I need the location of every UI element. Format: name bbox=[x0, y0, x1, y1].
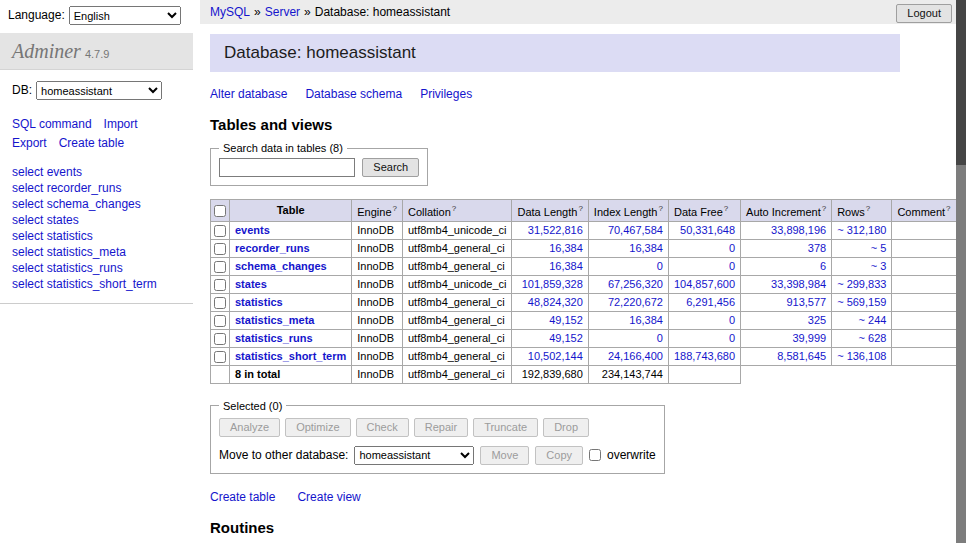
data-length-link[interactable]: 49,152 bbox=[549, 332, 583, 344]
index-length-link[interactable]: 16,384 bbox=[629, 314, 663, 326]
rows-count-link[interactable]: ~ 244 bbox=[859, 314, 887, 326]
index-length-link[interactable]: 67,256,320 bbox=[608, 278, 663, 290]
sql-command-link[interactable]: SQL command bbox=[12, 117, 92, 131]
data-free-link[interactable]: 0 bbox=[729, 332, 735, 344]
import-link[interactable]: Import bbox=[104, 117, 138, 131]
data-free-link[interactable]: 0 bbox=[729, 242, 735, 254]
rows-count-link[interactable]: ~ 628 bbox=[859, 332, 887, 344]
auto-increment-link[interactable]: 913,577 bbox=[786, 296, 826, 308]
data-free-link[interactable]: 0 bbox=[729, 260, 735, 272]
data-length-link[interactable]: 49,152 bbox=[549, 314, 583, 326]
copy-button[interactable]: Copy bbox=[535, 446, 583, 465]
scrollbar[interactable] bbox=[956, 0, 966, 543]
index-length-link[interactable]: 0 bbox=[657, 260, 663, 272]
rows-count-link[interactable]: ~ 136,108 bbox=[837, 350, 886, 362]
data-free-link[interactable]: 0 bbox=[729, 314, 735, 326]
row-checkbox[interactable] bbox=[214, 261, 226, 273]
auto-increment-link[interactable]: 378 bbox=[808, 242, 826, 254]
repair-button[interactable]: Repair bbox=[414, 418, 468, 437]
table-name-link[interactable]: states bbox=[235, 278, 267, 290]
truncate-button[interactable]: Truncate bbox=[473, 418, 538, 437]
data-free-link[interactable]: 50,331,648 bbox=[680, 224, 735, 236]
auto-increment-link[interactable]: 33,398,984 bbox=[771, 278, 826, 290]
check-button[interactable]: Check bbox=[356, 418, 409, 437]
row-checkbox[interactable] bbox=[214, 333, 226, 345]
sidebar-table-link[interactable]: select events bbox=[12, 165, 82, 179]
create-view-link[interactable]: Create view bbox=[297, 490, 360, 504]
table-name-link[interactable]: schema_changes bbox=[235, 260, 327, 272]
sidebar-table-link[interactable]: select statistics_runs bbox=[12, 261, 123, 275]
rows-count-link[interactable]: ~ 569,159 bbox=[837, 296, 886, 308]
data-length-cell: 10,502,144 bbox=[512, 347, 588, 365]
table-name-link[interactable]: statistics_meta bbox=[235, 314, 315, 326]
row-checkbox[interactable] bbox=[214, 315, 226, 327]
database-schema-link[interactable]: Database schema bbox=[305, 87, 402, 101]
auto-increment-link[interactable]: 39,999 bbox=[793, 332, 827, 344]
select-all-checkbox[interactable] bbox=[214, 205, 226, 217]
index-length-link[interactable]: 70,467,584 bbox=[608, 224, 663, 236]
drop-button[interactable]: Drop bbox=[543, 418, 589, 437]
auto-increment-cell: 6 bbox=[741, 257, 832, 275]
overwrite-checkbox[interactable] bbox=[589, 449, 601, 461]
data-length-link[interactable]: 16,384 bbox=[549, 260, 583, 272]
data-free-link[interactable]: 6,291,456 bbox=[686, 296, 735, 308]
data-length-link[interactable]: 101,859,328 bbox=[522, 278, 583, 290]
rows-count-link[interactable]: ~ 5 bbox=[871, 242, 887, 254]
rows-count-link[interactable]: ~ 299,833 bbox=[837, 278, 886, 290]
move-db-select[interactable]: homeassistant bbox=[354, 446, 474, 465]
alter-database-link[interactable]: Alter database bbox=[210, 87, 287, 101]
search-button[interactable]: Search bbox=[362, 158, 419, 177]
rows-count-link[interactable]: ~ 3 bbox=[871, 260, 887, 272]
logout-button[interactable]: Logout bbox=[896, 4, 952, 23]
auto-increment-cell: 39,999 bbox=[741, 329, 832, 347]
sidebar-table-link[interactable]: select statistics_short_term bbox=[12, 277, 157, 291]
create-table-link[interactable]: Create table bbox=[210, 490, 275, 504]
db-select[interactable]: homeassistant bbox=[36, 81, 162, 100]
sidebar-table-link[interactable]: select states bbox=[12, 213, 79, 227]
collation-cell: utf8mb4_general_ci bbox=[403, 257, 512, 275]
analyze-button[interactable]: Analyze bbox=[219, 418, 280, 437]
row-checkbox[interactable] bbox=[214, 297, 226, 309]
table-name-link[interactable]: statistics bbox=[235, 296, 283, 308]
index-length-link[interactable]: 16,384 bbox=[629, 242, 663, 254]
privileges-link[interactable]: Privileges bbox=[420, 87, 472, 101]
sidebar-table-link[interactable]: select recorder_runs bbox=[12, 181, 121, 195]
breadcrumb-server-link[interactable]: Server bbox=[265, 5, 300, 19]
auto-increment-link[interactable]: 6 bbox=[820, 260, 826, 272]
auto-increment-link[interactable]: 8,581,645 bbox=[777, 350, 826, 362]
data-length-link[interactable]: 31,522,816 bbox=[528, 224, 583, 236]
adminer-logo-text[interactable]: Adminer bbox=[12, 40, 81, 62]
auto-increment-link[interactable]: 325 bbox=[808, 314, 826, 326]
row-checkbox[interactable] bbox=[214, 225, 226, 237]
table-name-link[interactable]: recorder_runs bbox=[235, 242, 310, 254]
data-length-link[interactable]: 10,502,144 bbox=[528, 350, 583, 362]
export-link[interactable]: Export bbox=[12, 136, 47, 150]
breadcrumb-mysql-link[interactable]: MySQL bbox=[210, 5, 250, 19]
scrollbar-thumb[interactable] bbox=[956, 0, 966, 165]
optimize-button[interactable]: Optimize bbox=[285, 418, 350, 437]
db-selector: DB:homeassistant bbox=[0, 70, 193, 100]
auto-increment-link[interactable]: 33,898,196 bbox=[771, 224, 826, 236]
sidebar-table-link[interactable]: select schema_changes bbox=[12, 197, 141, 211]
row-checkbox[interactable] bbox=[214, 279, 226, 291]
data-free-link[interactable]: 104,857,600 bbox=[674, 278, 735, 290]
table-name-link[interactable]: events bbox=[235, 224, 270, 236]
data-length-link[interactable]: 48,824,320 bbox=[528, 296, 583, 308]
index-length-link[interactable]: 72,220,672 bbox=[608, 296, 663, 308]
breadcrumb-separator: » bbox=[304, 5, 311, 19]
table-name-link[interactable]: statistics_short_term bbox=[235, 350, 346, 362]
search-input[interactable] bbox=[219, 158, 355, 177]
language-select[interactable]: English bbox=[69, 6, 181, 25]
data-length-link[interactable]: 16,384 bbox=[549, 242, 583, 254]
row-checkbox[interactable] bbox=[214, 351, 226, 363]
sidebar-table-link[interactable]: select statistics bbox=[12, 229, 93, 243]
sidebar-table-link[interactable]: select statistics_meta bbox=[12, 245, 126, 259]
index-length-link[interactable]: 0 bbox=[657, 332, 663, 344]
row-checkbox[interactable] bbox=[214, 243, 226, 255]
sidebar-create-table-link[interactable]: Create table bbox=[59, 136, 124, 150]
move-button[interactable]: Move bbox=[480, 446, 529, 465]
index-length-link[interactable]: 24,166,400 bbox=[608, 350, 663, 362]
rows-count-link[interactable]: ~ 312,180 bbox=[837, 224, 886, 236]
table-name-link[interactable]: statistics_runs bbox=[235, 332, 313, 344]
data-free-link[interactable]: 188,743,680 bbox=[674, 350, 735, 362]
